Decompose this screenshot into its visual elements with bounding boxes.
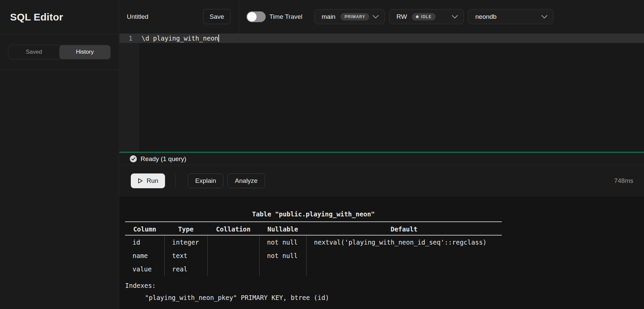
code-line[interactable]: \d playing_with_neon [142, 34, 219, 43]
table-row: value real [125, 262, 502, 276]
table-cell: value [125, 262, 164, 276]
compute-dropdown[interactable]: RW IDLE [389, 9, 464, 24]
table-cell: nextval('playing_with_neon_id_seq'::regc… [306, 236, 502, 249]
sidebar-tabs-container: Saved History [0, 34, 119, 70]
editor-gutter [119, 34, 139, 152]
editor-topbar: Untitled Save Time Travel main PRIMARY R… [119, 0, 644, 34]
line-number: 1 [119, 34, 139, 43]
explain-button[interactable]: Explain [188, 173, 223, 188]
table-cell [207, 262, 259, 276]
action-bar: Run Explain Analyze 748ms [119, 165, 644, 196]
database-dropdown[interactable]: neondb [468, 9, 553, 24]
play-icon [138, 178, 143, 184]
table-cell [306, 249, 502, 262]
table-cell: integer [164, 236, 207, 249]
toggle-knob-icon [247, 12, 257, 21]
table-row: name text not null [125, 249, 502, 262]
chevron-down-icon [541, 15, 547, 18]
table-cell: not null [259, 249, 306, 262]
status-message: Ready (1 query) [141, 155, 186, 163]
topbar-divider [239, 0, 239, 34]
sql-editor-app: SQL Editor Saved History Untitled Save T… [0, 0, 644, 309]
compute-name: RW [396, 13, 407, 20]
text-cursor [218, 35, 219, 42]
query-duration: 748ms [614, 165, 633, 196]
indexes-label: Indexes: [125, 281, 156, 290]
time-travel-label: Time Travel [269, 0, 303, 34]
page-title: SQL Editor [10, 11, 63, 23]
saved-history-segmented-control: Saved History [8, 45, 111, 59]
tab-history[interactable]: History [59, 45, 110, 59]
status-bar: Ready (1 query) [119, 153, 644, 165]
table-cell [207, 236, 259, 249]
table-cell: not null [259, 236, 306, 249]
chevron-down-icon [452, 15, 458, 18]
button-divider [175, 174, 176, 187]
results-panel: Table "public.playing_with_neon" Column … [119, 197, 644, 309]
database-name: neondb [475, 13, 496, 20]
branch-name: main [322, 13, 335, 20]
table-cell: id [125, 236, 164, 249]
primary-badge: PRIMARY [340, 13, 369, 20]
branch-dropdown[interactable]: main PRIMARY [314, 9, 385, 24]
tab-saved[interactable]: Saved [8, 45, 59, 59]
main-panel: Untitled Save Time Travel main PRIMARY R… [119, 0, 644, 309]
save-button[interactable]: Save [203, 9, 230, 24]
code-text: \d playing_with_neon [142, 35, 218, 42]
table-cell [306, 262, 502, 276]
table-cell: text [164, 249, 207, 262]
index-definition: "playing_with_neon_pkey" PRIMARY KEY, bt… [145, 293, 329, 302]
table-cell: name [125, 249, 164, 262]
header-type: Type [164, 222, 207, 236]
result-table: Column Type Collation Nullable Default i… [125, 221, 502, 276]
header-column: Column [125, 222, 164, 236]
header-collation: Collation [207, 222, 259, 236]
check-circle-icon [130, 155, 137, 162]
table-cell: real [164, 262, 207, 276]
header-nullable: Nullable [259, 222, 306, 236]
code-editor[interactable]: 1 \d playing_with_neon [119, 34, 644, 152]
run-label: Run [147, 177, 158, 185]
query-title[interactable]: Untitled [127, 0, 148, 34]
run-button[interactable]: Run [131, 173, 165, 188]
idle-status-badge: IDLE [412, 13, 435, 20]
header-default: Default [306, 222, 502, 236]
status-dot-icon [416, 15, 419, 18]
time-travel-toggle[interactable] [247, 11, 266, 22]
analyze-button[interactable]: Analyze [227, 173, 265, 188]
compute-status-text: IDLE [421, 14, 431, 19]
table-cell [259, 262, 306, 276]
sidebar-header: SQL Editor [0, 0, 119, 34]
table-body: id integer not null nextval('playing_wit… [125, 236, 502, 276]
table-cell [207, 249, 259, 262]
table-row: id integer not null nextval('playing_wit… [125, 236, 502, 249]
sidebar: SQL Editor Saved History [0, 0, 119, 309]
result-table-title: Table "public.playing_with_neon" [125, 209, 502, 219]
chevron-down-icon [373, 15, 379, 18]
table-header-row: Column Type Collation Nullable Default [125, 221, 502, 236]
